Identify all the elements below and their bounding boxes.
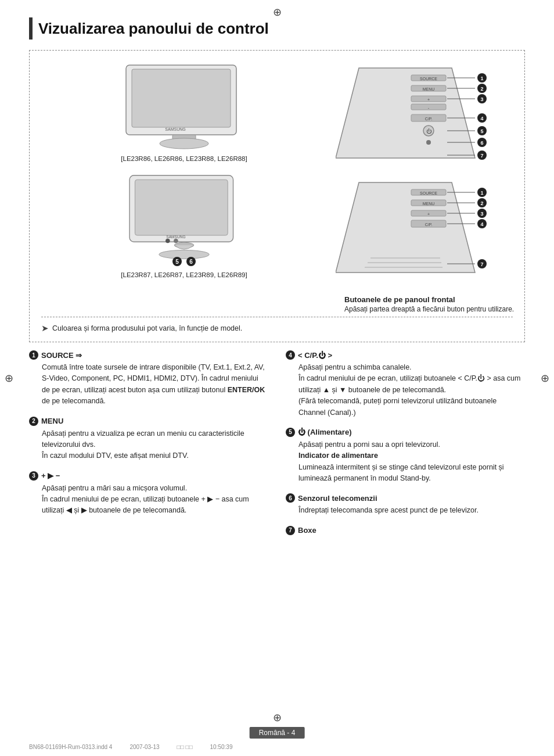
model-label-1: [LE23R86, LE26R86, LE23R88, LE26R88]	[121, 155, 247, 162]
section-5-body: Apăsați pentru a porni sau a opri televi…	[286, 439, 525, 485]
section-1-title-row: 1 SOURCE ⇒	[29, 350, 268, 360]
svg-text:MENU: MENU	[423, 87, 435, 91]
svg-text:3: 3	[480, 211, 483, 217]
model2-num-badges: 5 6	[172, 257, 196, 266]
file-info: BN68-01169H-Rum-0313.indd 4 2007-03-13 □…	[29, 744, 232, 750]
section-7: 7 Boxe	[286, 526, 525, 535]
tv-illustration-2: SAMSUNG	[120, 173, 248, 263]
crosshair-left: ⊕	[5, 372, 13, 385]
svg-text:5: 5	[480, 128, 483, 134]
panel-diagram-1-container: SOURCE MENU + - C/P.	[336, 62, 510, 166]
section-6-title-row: 6 Senzorul telecomenzii	[286, 493, 525, 503]
title-bar	[29, 17, 33, 40]
svg-text:SAMSUNG: SAMSUNG	[165, 127, 185, 131]
page-number: Română - 4	[250, 727, 305, 739]
model-label-2: [LE23R87, LE26R87, LE23R89, LE26R89]	[121, 271, 247, 278]
note-row: ➤ Culoarea și forma produsului pot varia…	[41, 323, 513, 334]
svg-text:4: 4	[480, 116, 483, 121]
file-time: 10:50:39	[210, 744, 233, 750]
crosshair-bottom: ⊕	[273, 711, 282, 724]
tv-illustration-1: SAMSUNG	[120, 62, 248, 152]
tv-model-2: SAMSUNG 5 6 [LE23R87, LE26R87,	[41, 173, 327, 278]
panel-diagram-2-container: SOURCE MENU + C/P.	[336, 177, 510, 280]
diagram-box: SAMSUNG [LE23R86, LE26R86, LE23R88, LE26…	[29, 50, 525, 342]
section-1: 1 SOURCE ⇒ Comută între toate sursele de…	[29, 350, 268, 407]
page: ⊕ ⊕ ⊕ ⊕ Vizualizarea panoului de control…	[0, 0, 554, 756]
num-5-badge: 5	[172, 257, 182, 266]
section-5-num: 5	[286, 428, 295, 437]
note-arrow-icon: ➤	[41, 323, 49, 334]
svg-rect-1	[132, 69, 231, 127]
content-section: 1 SOURCE ⇒ Comută între toate sursele de…	[29, 350, 525, 544]
note-text: Culoarea și forma produsului pot varia, …	[52, 324, 242, 332]
panel-svg-1: SOURCE MENU + - C/P.	[336, 62, 510, 164]
svg-text:+: +	[427, 98, 430, 102]
num-6-badge: 6	[186, 257, 196, 266]
section-7-num: 7	[286, 526, 295, 535]
svg-text:6: 6	[480, 140, 483, 146]
section-7-title: Boxe	[298, 526, 316, 535]
svg-text:3: 3	[480, 96, 483, 102]
right-col: 4 < C/P.⏻ > Apăsați pentru a schimba can…	[286, 350, 525, 544]
section-6-body: Îndreptați telecomanda spre acest punct …	[286, 505, 525, 516]
section-2-title: MENU	[41, 417, 63, 425]
dashed-separator	[41, 317, 513, 317]
section-3-title: + ▶ −	[41, 471, 60, 480]
svg-text:MENU: MENU	[423, 202, 435, 206]
panel-column: SOURCE MENU + - C/P.	[327, 62, 513, 313]
panel-buttons-label: Butoanele de pe panoul frontal	[344, 295, 519, 304]
svg-text:2: 2	[480, 86, 483, 92]
page-footer: Română - 4	[250, 727, 305, 739]
svg-rect-6	[135, 180, 228, 235]
left-col: 1 SOURCE ⇒ Comută între toate sursele de…	[29, 350, 268, 544]
svg-text:7: 7	[480, 153, 483, 159]
diagram-inner: SAMSUNG [LE23R86, LE26R86, LE23R88, LE26…	[41, 62, 513, 313]
section-4-title-row: 4 < C/P.⏻ >	[286, 350, 525, 360]
section-5-title: ⏻ (Alimentare)	[298, 428, 351, 436]
section-2-body: Apăsați pentru a vizualiza pe ecran un m…	[29, 428, 268, 462]
file-boxes: □□ □□	[177, 744, 193, 750]
section-1-body: Comută între toate sursele de intrare di…	[29, 362, 268, 407]
svg-text:4: 4	[480, 221, 483, 227]
section-1-num: 1	[29, 350, 38, 360]
title-block: Vizualizarea panoului de control	[29, 17, 525, 40]
tv-models-column: SAMSUNG [LE23R86, LE26R86, LE23R88, LE26…	[41, 62, 327, 278]
crosshair-right: ⊕	[541, 372, 549, 385]
section-6-num: 6	[286, 493, 295, 503]
section-6: 6 Senzorul telecomenzii Îndreptați telec…	[286, 493, 525, 516]
panel-buttons-desc: Apăsați partea dreaptă a fiecărui buton …	[344, 305, 519, 313]
svg-text:SOURCE: SOURCE	[420, 191, 437, 195]
section-4-body: Apăsați pentru a schimba canalele. În ca…	[286, 362, 525, 418]
svg-text:+: +	[427, 212, 430, 216]
section-3-num: 3	[29, 471, 38, 481]
crosshair-top: ⊕	[273, 6, 282, 19]
section-5: 5 ⏻ (Alimentare) Apăsați pentru a porni …	[286, 428, 525, 485]
panel-svg-2: SOURCE MENU + C/P.	[336, 177, 510, 278]
section-1-title: SOURCE ⇒	[41, 351, 82, 360]
svg-text:2: 2	[480, 200, 483, 206]
section-4-num: 4	[286, 350, 295, 360]
section-3-body: Apăsați pentru a mări sau a micșora volu…	[29, 483, 268, 517]
svg-text:⏻: ⏻	[426, 128, 432, 134]
section-3: 3 + ▶ − Apăsați pentru a mări sau a micș…	[29, 471, 268, 517]
svg-text:SAMSUNG: SAMSUNG	[166, 235, 185, 239]
svg-text:1: 1	[480, 190, 483, 196]
page-title: Vizualizarea panoului de control	[38, 20, 269, 38]
section-3-title-row: 3 + ▶ −	[29, 471, 268, 481]
svg-text:C/P.: C/P.	[425, 117, 433, 121]
svg-point-11	[174, 239, 178, 243]
section-2-num: 2	[29, 417, 38, 426]
section-5-title-row: 5 ⏻ (Alimentare)	[286, 428, 525, 437]
svg-text:SOURCE: SOURCE	[420, 77, 437, 81]
svg-text:C/P.: C/P.	[425, 223, 433, 227]
tv-model-1: SAMSUNG [LE23R86, LE26R86, LE23R88, LE26…	[41, 62, 327, 162]
svg-point-24	[426, 140, 431, 145]
section-6-title: Senzorul telecomenzii	[298, 494, 377, 503]
file-name: BN68-01169H-Rum-0313.indd 4	[29, 744, 112, 750]
svg-text:1: 1	[480, 76, 483, 81]
svg-point-10	[166, 239, 170, 243]
section-2: 2 MENU Apăsați pentru a vizualiza pe ecr…	[29, 417, 268, 462]
svg-text:7: 7	[480, 261, 483, 267]
section-4-title: < C/P.⏻ >	[298, 351, 332, 360]
section-4: 4 < C/P.⏻ > Apăsați pentru a schimba can…	[286, 350, 525, 418]
